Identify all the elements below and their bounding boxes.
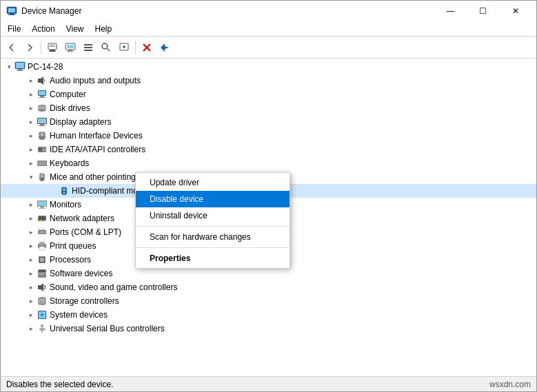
- monitors-icon: [37, 199, 48, 210]
- network-expander[interactable]: [26, 213, 37, 224]
- ctx-uninstall-device[interactable]: Uninstall device: [136, 207, 290, 224]
- monitors-expander[interactable]: [26, 199, 37, 210]
- tree-item-hid[interactable]: Human Interface Devices: [1, 129, 536, 143]
- toolbar-scan-button[interactable]: [156, 39, 173, 56]
- svg-rect-79: [40, 245, 44, 246]
- svg-rect-15: [84, 50, 92, 51]
- tree-item-audio[interactable]: Audio inputs and outputs: [1, 74, 536, 87]
- menu-view[interactable]: View: [61, 21, 90, 37]
- toolbar-remove-button[interactable]: [139, 39, 155, 56]
- mouse-icon: [37, 172, 48, 183]
- svg-rect-77: [39, 242, 45, 245]
- computer-icon: [14, 61, 26, 72]
- keyboard-expander[interactable]: [26, 158, 37, 169]
- svg-rect-75: [43, 229, 44, 231]
- audio-expander[interactable]: [26, 75, 37, 86]
- toolbar-properties-button[interactable]: [44, 39, 61, 56]
- svg-point-16: [102, 43, 108, 49]
- svg-rect-78: [39, 247, 45, 250]
- device-tree[interactable]: PC-14-28 Audio inputs and outputs: [1, 59, 536, 376]
- tree-item-disk[interactable]: Disk drives: [1, 101, 536, 115]
- hid-mouse-expander: [48, 185, 59, 196]
- svg-rect-70: [44, 220, 45, 221]
- tree-item-system[interactable]: System devices: [1, 308, 536, 322]
- toolbar-forward-button[interactable]: [21, 39, 38, 56]
- tree-item-ide[interactable]: IDE ATA/ATAPI controllers: [1, 143, 536, 156]
- hid-expander[interactable]: [26, 130, 37, 141]
- ports-expander[interactable]: [26, 227, 37, 238]
- window-icon: [6, 6, 17, 17]
- svg-rect-12: [67, 51, 74, 52]
- ctx-sep-2: [136, 247, 290, 248]
- close-button[interactable]: ✕: [500, 1, 531, 21]
- keyboard-icon: [37, 158, 48, 169]
- svg-rect-25: [18, 69, 22, 70]
- hid-mouse-icon: [59, 185, 70, 196]
- svg-point-90: [38, 302, 46, 305]
- storage-expander[interactable]: [26, 296, 37, 307]
- svg-rect-38: [40, 124, 44, 125]
- svg-rect-49: [38, 161, 39, 163]
- minimize-button[interactable]: —: [435, 1, 466, 21]
- svg-rect-3: [8, 14, 15, 15]
- tree-item-computer[interactable]: Computer: [1, 87, 536, 101]
- tree-item-sound[interactable]: Sound, video and game controllers: [1, 280, 536, 294]
- svg-rect-8: [50, 46, 55, 47]
- svg-rect-11: [68, 50, 72, 51]
- tree-item-keyboard[interactable]: Keyboards: [1, 156, 536, 170]
- menu-file[interactable]: File: [2, 21, 26, 37]
- disk-expander[interactable]: [26, 103, 37, 114]
- ide-label: IDE ATA/ATAPI controllers: [50, 145, 145, 154]
- mice-expander[interactable]: [26, 172, 37, 183]
- toolbar: [1, 37, 536, 59]
- display-expander[interactable]: [26, 116, 37, 127]
- svg-rect-39: [39, 125, 45, 126]
- ide-icon: [37, 144, 48, 155]
- svg-rect-13: [84, 44, 92, 45]
- toolbar-list-button[interactable]: [80, 39, 97, 56]
- toolbar-search-button[interactable]: [98, 39, 114, 56]
- hid-label: Human Interface Devices: [50, 131, 143, 141]
- tree-item-software[interactable]: Software devices: [1, 267, 536, 280]
- audio-label: Audio inputs and outputs: [50, 76, 141, 85]
- ctx-properties[interactable]: Properties: [136, 250, 290, 267]
- toolbar-computer-button[interactable]: [62, 39, 79, 56]
- software-expander[interactable]: [26, 268, 37, 279]
- processors-expander[interactable]: [26, 254, 37, 265]
- tree-root[interactable]: PC-14-28: [1, 60, 536, 74]
- root-expander[interactable]: [3, 61, 14, 72]
- computer-expander[interactable]: [26, 89, 37, 100]
- ctx-scan-hardware[interactable]: Scan for hardware changes: [136, 229, 290, 245]
- toolbar-add-button[interactable]: [116, 39, 132, 56]
- tree-item-display[interactable]: Display adapters: [1, 115, 536, 129]
- comp-icon: [37, 89, 48, 100]
- usb-expander[interactable]: [26, 323, 37, 334]
- menu-bar: File Action View Help: [1, 21, 536, 37]
- status-bar: Disables the selected device. wsxdn.com: [1, 376, 536, 391]
- svg-rect-47: [43, 150, 45, 151]
- sound-expander[interactable]: [26, 282, 37, 293]
- svg-point-57: [41, 178, 43, 180]
- tree-item-storage[interactable]: Storage controllers: [1, 294, 536, 308]
- menu-help[interactable]: Help: [90, 21, 118, 37]
- menu-action[interactable]: Action: [26, 21, 60, 37]
- processors-label: Processors: [50, 255, 91, 265]
- maximize-button[interactable]: ☐: [467, 1, 498, 21]
- toolbar-back-button[interactable]: [3, 39, 20, 56]
- system-expander[interactable]: [26, 309, 37, 320]
- svg-rect-82: [40, 258, 44, 262]
- svg-rect-51: [42, 161, 43, 163]
- ctx-disable-device[interactable]: Disable device: [136, 191, 290, 207]
- svg-line-17: [108, 48, 110, 51]
- ctx-update-driver[interactable]: Update driver: [136, 174, 290, 191]
- svg-rect-64: [40, 207, 44, 208]
- print-expander[interactable]: [26, 240, 37, 251]
- svg-point-43: [41, 137, 43, 139]
- storage-icon: [37, 296, 48, 307]
- svg-rect-46: [43, 149, 45, 149]
- tree-item-usb[interactable]: Universal Serial Bus controllers: [1, 322, 536, 336]
- processor-icon: [37, 254, 48, 265]
- ide-expander[interactable]: [26, 144, 37, 155]
- storage-label: Storage controllers: [50, 296, 119, 306]
- device-manager-window: Device Manager — ☐ ✕ File Action View He…: [0, 0, 537, 392]
